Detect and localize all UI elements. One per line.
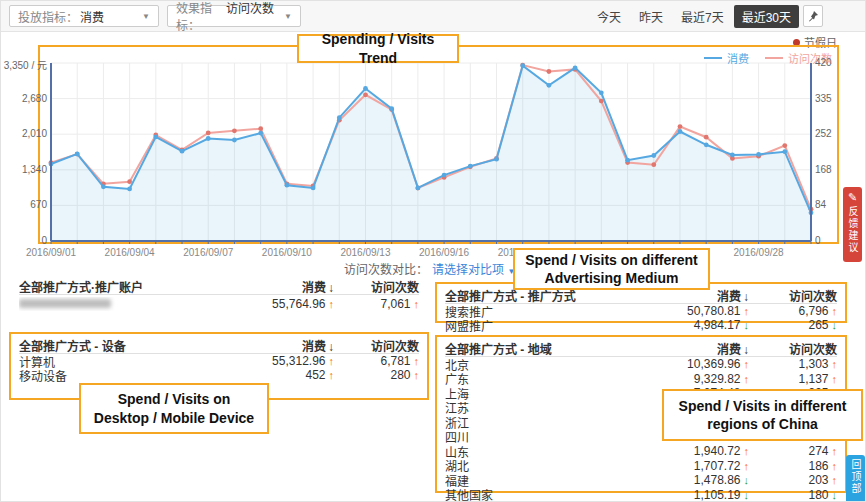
toolbar: 投放指标： 消费 ▼ 效果指标： 访问次数 ▼ 今天昨天最近7天最近30天 [1,1,866,32]
spend-value: 1,478.86↓ [599,473,749,487]
visits-value: 280↑ [334,368,419,382]
up-arrow-icon: ↑ [414,355,420,367]
chart-legend: 消费 访问次数 [704,50,832,66]
visits-value: 1,303↑ [749,357,837,371]
delivery-metric-value: 消费 [80,8,104,25]
y-axis-left-tick: 0 [0,235,47,246]
x-axis-tick: 2016/09/10 [251,247,323,258]
effect-metric-dropdown[interactable]: 效果指标： 访问次数 ▼ [167,5,301,27]
y-axis-right-tick: 168 [815,164,855,175]
annotation-medium: Spend / Visits on different Advertising … [513,248,710,290]
effect-metric-value: 访问次数 [226,0,274,33]
row-name: 其他国家 [445,486,599,502]
pin-button[interactable] [803,5,823,27]
back-to-top-label: 回顶部 [848,459,863,495]
down-arrow-icon: ↓ [832,319,838,331]
range-button[interactable]: 最近30天 [734,5,799,28]
range-button[interactable]: 昨天 [631,5,671,28]
spend-value: 50,780.81↑ [599,304,749,318]
spend-value: 1,105.19↓ [599,488,749,502]
visits-value: 7,061↑ [334,297,419,311]
spend-line-icon [704,57,722,59]
table-row: 网盟推广4,984.17↓265↓ [445,318,837,332]
up-arrow-icon: ↑ [414,298,420,310]
up-arrow-icon: ↑ [832,305,838,317]
up-arrow-icon: ↑ [414,369,420,381]
blurred-account-name [19,299,111,308]
up-arrow-icon: ↑ [832,445,838,457]
spend-value: 10,369.96↑ [599,357,749,371]
visits-value: 6,781↑ [334,354,419,368]
spend-value: 452↑ [184,368,334,382]
pencil-icon: ✎ [843,191,862,204]
x-axis-tick: 2016/09/16 [408,247,480,258]
spend-column-header[interactable]: 消费↓ [184,278,334,295]
visits-column-header[interactable]: 访问次数 [334,337,419,354]
row-name: 移动设备 [19,367,184,384]
y-axis-right-tick: 335 [815,93,855,104]
delivery-metric-label: 投放指标： [18,8,78,25]
visits-column-header[interactable]: 访问次数 [334,278,419,295]
feedback-tab[interactable]: ✎ 反馈建议 [843,187,862,262]
delivery-metric-dropdown[interactable]: 投放指标： 消费 ▼ [9,5,159,27]
visits-value: 1,137↑ [749,372,837,386]
annotation-device: Spend / Visits on Desktop / Mobile Devic… [79,383,269,434]
visits-value: 180↓ [749,488,837,502]
account-table: 全部推广方式·推广账户消费↓访问次数55,764.96↑7,061↑ [9,278,429,313]
up-arrow-icon: ↑ [832,474,838,486]
trend-chart [38,45,839,244]
row-name [19,297,184,311]
visits-value: 186↑ [749,459,837,473]
y-axis-left-tick: 2,010 [0,128,47,139]
x-axis-tick: 2016/09/28 [723,247,795,258]
down-arrow-icon: ↓ [832,489,838,501]
chevron-down-icon: ▼ [142,12,150,21]
legend-item-spend[interactable]: 消费 [704,50,749,66]
visits-line-icon [765,57,783,59]
table-row: 移动设备452↑280↑ [19,368,419,382]
spend-column-header[interactable]: 消费↓ [599,340,749,357]
table-title: 全部推广方式 - 设备 [19,337,184,354]
analytics-dashboard: 投放指标： 消费 ▼ 效果指标： 访问次数 ▼ 今天昨天最近7天最近30天 节假… [0,0,866,502]
y-axis-right-tick: 252 [815,128,855,139]
compare-label: 访问次数对比： [344,260,428,277]
effect-metric-label: 效果指标： [176,0,224,33]
y-axis-left-tick: 1,340 [0,164,47,175]
chevron-down-icon: ▼ [284,12,292,21]
visits-value: 203↑ [749,473,837,487]
table-row: 其他国家1,105.19↓180↓ [445,488,837,502]
up-arrow-icon: ↑ [832,373,838,385]
spend-value: 1,940.72↑ [599,444,749,458]
spend-value: 4,984.17↓ [599,318,749,332]
up-arrow-icon: ↑ [832,358,838,370]
y-axis-left-tick: 3,350 / 元 [0,57,47,72]
x-axis-tick: 2016/09/07 [172,247,244,258]
trend-chart-canvas [38,45,839,244]
back-to-top-tab[interactable]: 回顶部 [846,455,865,502]
feedback-tab-label: 反馈建议 [845,206,860,254]
spend-column-header[interactable]: 消费↓ [184,337,334,354]
up-arrow-icon: ↑ [832,460,838,472]
compare-selector: 访问次数对比： 请选择对比项 ▼ [344,260,515,277]
visits-column-header[interactable]: 访问次数 [749,287,837,304]
x-axis-tick: 2016/09/04 [94,247,166,258]
range-button[interactable]: 今天 [589,5,629,28]
spend-value: 55,312.96↑ [184,354,334,368]
range-button[interactable]: 最近7天 [673,5,732,28]
annotation-region: Spend / Visits in different regions of C… [662,389,863,441]
spend-value: 9,329.82↑ [599,372,749,386]
y-axis-right-tick: 420 [815,57,855,68]
spend-value: 1,707.72↑ [599,459,749,473]
pin-icon [807,10,819,22]
x-axis-tick: 2016/09/13 [329,247,401,258]
visits-column-header[interactable]: 访问次数 [749,340,837,357]
compare-select-link[interactable]: 请选择对比项 ▼ [432,260,515,277]
table-title: 全部推广方式·推广账户 [19,278,184,295]
date-range-switcher: 今天昨天最近7天最近30天 [589,5,799,27]
visits-value: 6,796↑ [749,304,837,318]
x-axis-tick: 2016/09/01 [15,247,87,258]
visits-value: 274↑ [749,444,837,458]
annotation-trend: Spending / Visits Trend [297,34,459,63]
legend-spend-label: 消费 [727,50,749,66]
y-axis-left-tick: 670 [0,199,47,210]
